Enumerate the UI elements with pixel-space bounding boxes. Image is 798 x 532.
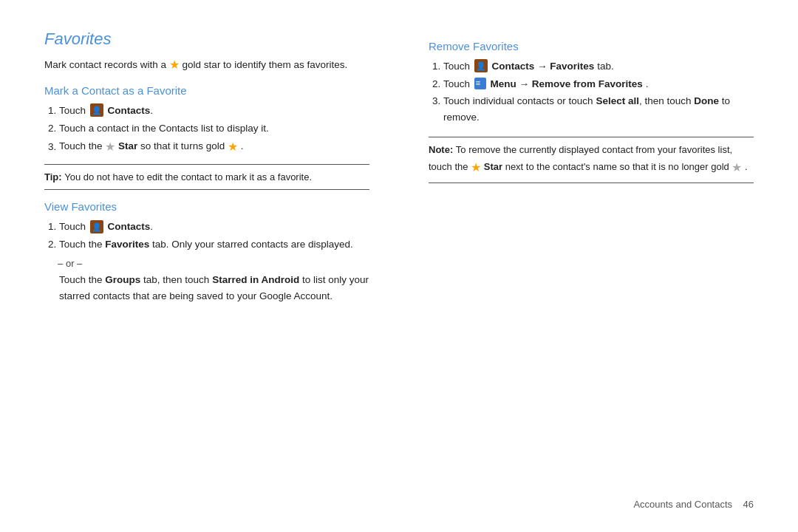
view-step1-bold: Contacts	[108, 221, 151, 232]
intro-text2: gold star to identify them as favorites.	[183, 59, 348, 70]
view-step2-bold: Favorites	[105, 239, 149, 250]
view-steps-list: Touch Contacts. Touch the Favorites tab.…	[59, 219, 369, 252]
starred-android-bold: Starred in Android	[212, 274, 299, 285]
remove-section-title: Remove Favorites	[429, 40, 754, 52]
remove-step1-text: Touch	[443, 61, 473, 72]
remove-step2-remove: Remove from Favorites	[532, 78, 643, 89]
remove-step-1: Touch Contacts → Favorites tab.	[443, 58, 754, 75]
contacts-icon-1	[90, 103, 103, 117]
star-gold-icon-2: ★	[471, 161, 481, 174]
remove-step-3: Touch individual contacts or touch Selec…	[443, 93, 754, 125]
remove-step3-text: Touch individual contacts or touch Selec…	[443, 95, 730, 123]
page: Favorites Mark contact records with a ★ …	[0, 0, 798, 532]
view-step2-text: Touch the Favorites tab. Only your starr…	[59, 239, 353, 250]
remove-step1-contacts: Contacts	[492, 61, 535, 72]
note-text2: next to the contact's name so that it is…	[505, 161, 732, 172]
intro-text1: Mark contact records with a	[44, 59, 166, 70]
note-label: Note:	[429, 144, 456, 155]
mark-step-3: Touch the ★ Star so that it turns gold ★…	[59, 137, 369, 157]
note-star-bold: Star	[484, 161, 502, 172]
view-step-1: Touch Contacts.	[59, 219, 369, 235]
footer-separator	[732, 499, 743, 510]
menu-icon-1	[474, 78, 486, 89]
contacts-icon-3	[474, 59, 488, 72]
remove-step2-menu: Menu	[491, 78, 516, 89]
remove-step-2: Touch Menu → Remove from Favorites .	[443, 76, 754, 92]
mark-steps-list: Touch Contacts. Touch a contact in the C…	[59, 103, 369, 157]
page-number: 46	[743, 499, 754, 510]
step3-rest: so that it turns gold	[140, 141, 228, 152]
select-all-bold: Select all	[596, 95, 639, 106]
star-gray-icon-1: ★	[105, 140, 115, 153]
view-step-2: Touch the Favorites tab. Only your starr…	[59, 236, 369, 253]
remove-steps-list: Touch Contacts → Favorites tab. Touch Me…	[443, 58, 754, 125]
or-text: – or –	[44, 258, 369, 269]
star-gold-icon-1: ★	[228, 140, 238, 153]
mark-step-2: Touch a contact in the Contacts list to …	[59, 120, 369, 137]
tip-text: You do not have to edit the contact to m…	[64, 171, 312, 183]
step1-bold: Contacts	[108, 105, 151, 116]
footer-text: Accounts and Contacts	[633, 499, 732, 510]
view-step1-text: Touch	[59, 221, 89, 232]
right-column: Remove Favorites Touch Contacts → Favori…	[414, 30, 754, 491]
remove-step2-text: Touch	[443, 78, 473, 89]
left-column: Favorites Mark contact records with a ★ …	[44, 30, 384, 491]
step3-text: Touch the	[59, 141, 105, 152]
done-bold: Done	[694, 95, 719, 106]
page-footer: Accounts and Contacts 46	[44, 491, 754, 510]
note-box: Note: To remove the currently displayed …	[429, 137, 754, 183]
tip-label: Tip:	[44, 171, 64, 183]
groups-paragraph: Touch the Groups tab, then touch Starred…	[59, 272, 369, 304]
groups-bold: Groups	[105, 274, 140, 285]
mark-step-1: Touch Contacts.	[59, 103, 369, 119]
star-gray-icon-2: ★	[732, 161, 742, 174]
contacts-icon-2	[90, 220, 103, 233]
main-title: Favorites	[44, 30, 369, 49]
remove-step1-favorites: Favorites	[550, 61, 594, 72]
star-gold-intro-icon: ★	[169, 58, 180, 71]
content-columns: Favorites Mark contact records with a ★ …	[44, 30, 754, 491]
intro-paragraph: Mark contact records with a ★ gold star …	[44, 56, 369, 74]
tip-box: Tip: You do not have to edit the contact…	[44, 164, 369, 191]
step1-text: Touch	[59, 105, 89, 116]
step3-bold: Star	[118, 141, 137, 152]
step2-text: Touch a contact in the Contacts list to …	[59, 123, 269, 134]
view-section-title: View Favorites	[44, 200, 369, 213]
mark-section-title: Mark a Contact as a Favorite	[44, 84, 369, 97]
